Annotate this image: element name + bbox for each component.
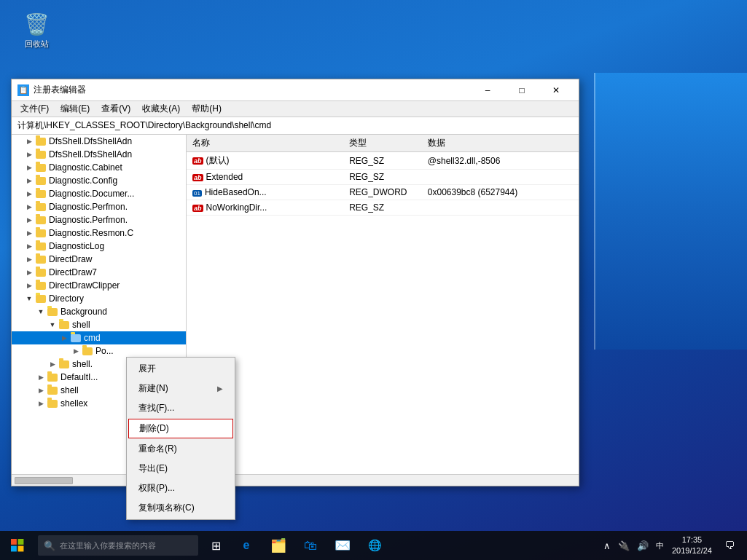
network-icon: 🌐 (368, 539, 382, 552)
taskbar-apps: e 🗂️ 🛍 ✉️ 🌐 (230, 531, 595, 560)
folder-icon (35, 162, 47, 173)
search-icon: 🔍 (44, 540, 55, 551)
close-button[interactable]: ✕ (539, 79, 573, 101)
tree-arrow: ▶ (23, 269, 35, 276)
tree-arrow: ▶ (23, 151, 35, 158)
tray-volume-icon[interactable]: 🔊 (635, 540, 651, 551)
svg-rect-3 (18, 546, 24, 552)
reg-row-type: REG_DWORD (343, 185, 422, 200)
tree-arrow: ▼ (47, 321, 58, 328)
table-row[interactable]: 01HideBasedOn...REG_DWORD0x00639bc8 (652… (187, 185, 579, 200)
ctx-item-rename[interactable]: 重命名(R) (127, 439, 235, 459)
blue-accent-panel (594, 73, 747, 350)
folder-icon (35, 267, 47, 277)
folder-icon (58, 320, 70, 330)
tree-arrow: ▶ (23, 229, 35, 237)
folder-icon (35, 176, 47, 186)
mail-icon: ✉️ (335, 537, 351, 553)
recycle-bin-icon[interactable]: 🗑️ 回收站 (15, 11, 58, 50)
menu-help[interactable]: 帮助(H) (186, 101, 227, 117)
tray-network-icon[interactable]: 🔌 (616, 540, 632, 551)
tree-item-diagnosticlog[interactable]: ▶ DiagnosticLog (12, 240, 186, 253)
folder-icon (35, 254, 47, 264)
tree-arrow: ▶ (70, 347, 82, 355)
folder-icon (35, 280, 47, 291)
tree-label: Po... (95, 346, 114, 356)
tree-label: shell (72, 320, 90, 330)
minimize-button[interactable]: – (471, 79, 504, 101)
ctx-label-expand: 展开 (138, 363, 156, 375)
taskbar-mail-app[interactable]: ✉️ (326, 531, 359, 560)
ctx-item-permissions[interactable]: 权限(P)... (127, 478, 235, 498)
tree-item-diagnostic-perfmon1[interactable]: ▶ Diagnostic.Perfmon. (12, 200, 186, 213)
tray-icons: ∧ 🔌 🔊 中 (601, 540, 666, 551)
tree-item-diagnostic-perfmon2[interactable]: ▶ Diagnostic.Perfmon. (12, 213, 186, 226)
tree-item-po[interactable]: ▶ Po... (12, 344, 186, 358)
task-view-icon: ⊞ (211, 539, 221, 553)
taskbar-explorer-app[interactable]: 🗂️ (262, 531, 294, 560)
notification-button[interactable]: 🗨 (718, 531, 741, 560)
horizontal-scrollbar[interactable] (12, 474, 579, 486)
ctx-label-find: 查找(F)... (138, 402, 174, 414)
taskbar-clock[interactable]: 17:35 2019/12/24 (666, 535, 718, 557)
taskbar-store-app[interactable]: 🛍 (294, 531, 326, 560)
task-view-button[interactable]: ⊞ (201, 531, 230, 560)
tree-item-cmd[interactable]: ▶ cmd (12, 331, 186, 344)
maximize-button[interactable]: □ (505, 79, 539, 101)
tree-arrow: ▶ (23, 242, 35, 250)
svg-rect-1 (18, 539, 24, 545)
desktop: 🗑️ 回收站 📋 注册表编辑器 – □ ✕ 文件(F) 编辑(E) 查看(V) … (0, 0, 747, 560)
tray-chevron[interactable]: ∧ (601, 540, 613, 551)
folder-icon (35, 215, 47, 225)
clock-date: 2019/12/24 (672, 545, 712, 556)
table-row[interactable]: abNoWorkingDir...REG_SZ (187, 200, 579, 216)
reg-row-type: REG_SZ (343, 170, 422, 185)
ctx-item-copy-name[interactable]: 复制项名称(C) (127, 498, 235, 518)
menu-view[interactable]: 查看(V) (95, 101, 136, 117)
taskbar-edge-app[interactable]: e (230, 531, 262, 560)
tray-input-icon[interactable]: 中 (654, 540, 666, 551)
taskbar-search[interactable]: 🔍 在这里输入你要搜索的内容 (38, 535, 198, 556)
reg-row-data: 0x00639bc8 (6527944) (422, 185, 579, 200)
tree-label: DfsShell.DfsShellAdn (49, 149, 132, 159)
ctx-item-delete[interactable]: 删除(D) (128, 419, 233, 438)
tree-item-directdraw[interactable]: ▶ DirectDraw (12, 253, 186, 266)
window-icon: 📋 (17, 84, 29, 96)
ctx-item-new[interactable]: 新建(N) ▶ (127, 379, 235, 398)
scrollbar-thumb[interactable] (15, 477, 73, 484)
tree-item-diagnostic-config[interactable]: ▶ Diagnostic.Config (12, 174, 186, 187)
tree-item-directdrawclipper[interactable]: ▶ DirectDrawClipper (12, 279, 186, 292)
folder-icon (58, 359, 70, 369)
tree-item-diagnostic-resmon[interactable]: ▶ Diagnostic.Resmon.C (12, 226, 186, 240)
tree-item-directdraw7[interactable]: ▶ DirectDraw7 (12, 266, 186, 279)
ctx-item-find[interactable]: 查找(F)... (127, 398, 235, 418)
address-path: 计算机\HKEY_CLASSES_ROOT\Directory\Backgrou… (17, 119, 271, 132)
table-row[interactable]: abExtendedREG_SZ (187, 170, 579, 185)
start-button[interactable] (0, 531, 35, 560)
tree-arrow: ▶ (35, 374, 47, 381)
tree-arrow: ▶ (58, 334, 70, 342)
ctx-item-expand[interactable]: 展开 (127, 359, 235, 379)
ctx-item-export[interactable]: 导出(E) (127, 459, 235, 478)
tree-item-directory[interactable]: ▼ Directory (12, 292, 186, 305)
tree-label: DirectDrawClipper (49, 280, 120, 291)
tree-item-background[interactable]: ▼ Background (12, 305, 186, 318)
tree-item-dfsshelladn2[interactable]: ▶ DfsShell.DfsShellAdn (12, 148, 186, 161)
menu-favorites[interactable]: 收藏夹(A) (136, 101, 186, 117)
table-row[interactable]: ab(默认)REG_SZ@shell32.dll,-8506 (187, 152, 579, 170)
ctx-label-rename: 重命名(R) (138, 443, 177, 455)
tree-arrow: ▼ (23, 295, 35, 302)
taskbar-network-app[interactable]: 🌐 (359, 531, 391, 560)
menu-edit[interactable]: 编辑(E) (55, 101, 95, 117)
tree-label: Diagnostic.Perfmon. (49, 215, 128, 225)
tree-item-diagnostic-cabinet[interactable]: ▶ Diagnostic.Cabinet (12, 161, 186, 174)
tree-label: DfsShell.DfsShellAdn (49, 136, 132, 146)
tree-item-diagnostic-documer[interactable]: ▶ Diagnostic.Documer... (12, 187, 186, 200)
svg-rect-2 (11, 546, 17, 552)
tree-arrow: ▶ (23, 203, 35, 210)
tree-item-dfsshelladn1[interactable]: ▶ DfsShell.DfsShellAdn (12, 135, 186, 148)
tree-label: shell. (72, 359, 93, 369)
tree-item-shell-bg[interactable]: ▼ shell (12, 318, 186, 331)
menu-file[interactable]: 文件(F) (15, 101, 55, 117)
folder-icon (35, 293, 47, 304)
